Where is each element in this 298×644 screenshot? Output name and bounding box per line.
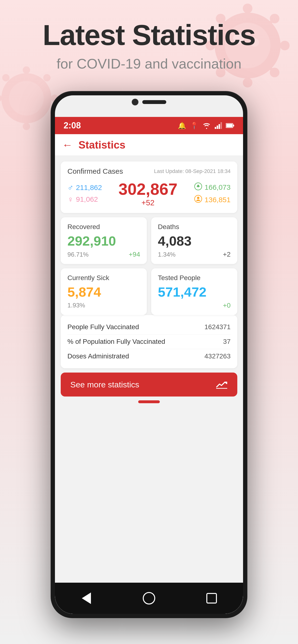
app-bar: ← Statistics <box>55 134 243 156</box>
battery-icon <box>226 123 234 128</box>
deaths-delta: +2 <box>223 250 231 258</box>
location-icon: 📍 <box>190 122 198 130</box>
vacc-value-1: 37 <box>223 338 231 346</box>
outcome-stats: 166,073 136,851 <box>194 182 231 205</box>
recovered-value: 292,910 <box>67 233 140 249</box>
deaths-label: Deaths <box>158 223 231 231</box>
recovered-deaths-row: Recovered 292,910 96.71% +94 Deaths 4,08… <box>61 217 237 264</box>
vacc-label-1: % of Population Fully Vaccinated <box>67 338 165 346</box>
deaths-count: 136,851 <box>205 196 231 204</box>
recovered-icon <box>194 182 202 192</box>
vacc-label-0: People Fully Vaccinated <box>67 323 139 331</box>
recents-square-icon <box>206 593 217 604</box>
content-area: Confirmed Cases Last Update: 08-Sep-2021… <box>55 156 243 614</box>
status-bar: 2:08 🔔 📍 <box>55 117 243 134</box>
vacc-value-0: 1624371 <box>204 323 231 331</box>
sick-value: 5,874 <box>67 284 140 300</box>
confirmed-total: 302,867 <box>118 180 178 198</box>
male-icon: ♂ <box>67 183 74 192</box>
screen-title: Statistics <box>78 139 125 151</box>
confirmed-header: Confirmed Cases Last Update: 08-Sep-2021… <box>67 167 231 177</box>
vaccination-card: People Fully Vaccinated 1624371 % of Pop… <box>61 315 237 368</box>
male-stat: ♂ 211,862 <box>67 183 102 192</box>
sick-label: Currently Sick <box>67 274 140 282</box>
status-icons: 🔔 📍 <box>178 122 234 130</box>
nav-back-button[interactable] <box>79 591 94 606</box>
tested-card: Tested People 571,472 +0 <box>151 268 237 315</box>
vacc-row-2: Doses Administrated 4327263 <box>67 349 231 364</box>
svg-rect-35 <box>221 122 222 129</box>
deaths-value: 4,083 <box>158 233 231 249</box>
svg-rect-37 <box>233 124 234 126</box>
confirmed-stats: ♂ 211,862 ♀ 91,062 302,867 +52 <box>67 180 231 207</box>
nav-recents-button[interactable] <box>204 591 219 606</box>
sick-tested-row: Currently Sick 5,874 1.93% Tested People… <box>61 268 237 315</box>
phone-camera <box>132 99 138 106</box>
sick-pct: 1.93% <box>67 302 85 309</box>
phone-speaker <box>142 100 166 104</box>
svg-rect-32 <box>215 127 216 129</box>
home-circle-icon <box>143 592 155 604</box>
deaths-pct: 1.34% <box>158 251 176 258</box>
phone-outer-frame: 2:08 🔔 📍 <box>51 91 247 618</box>
gender-stats: ♂ 211,862 ♀ 91,062 <box>67 183 102 204</box>
confirmed-cases-card: Confirmed Cases Last Update: 08-Sep-2021… <box>61 162 237 213</box>
phone-camera-area <box>132 99 166 106</box>
female-stat: ♀ 91,062 <box>67 195 102 204</box>
tested-footer: +0 <box>158 302 231 309</box>
recovered-count: 166,073 <box>205 183 231 192</box>
tested-delta: +0 <box>223 302 231 309</box>
last-update: Last Update: 08-Sep-2021 18:34 <box>154 168 231 174</box>
subtitle: for COVID-19 and vaccination <box>14 56 284 72</box>
phone-device: 2:08 🔔 📍 <box>51 91 247 618</box>
see-more-button[interactable]: See more statistics <box>61 372 237 396</box>
tested-value: 571,472 <box>158 284 231 300</box>
bottom-bar-hint <box>138 400 160 403</box>
status-time: 2:08 <box>64 120 81 130</box>
sick-card: Currently Sick 5,874 1.93% <box>61 268 147 315</box>
tested-label: Tested People <box>158 274 231 282</box>
recovered-delta: +94 <box>129 250 140 258</box>
vacc-row-1: % of Population Fully Vaccinated 37 <box>67 334 231 349</box>
back-button[interactable]: ← <box>62 139 73 151</box>
nav-home-button[interactable] <box>142 591 156 606</box>
male-count: 211,862 <box>76 184 102 192</box>
recovered-pct: 96.71% <box>67 251 89 258</box>
wifi-icon <box>202 122 211 129</box>
deaths-card: Deaths 4,083 1.34% +2 <box>151 217 237 264</box>
recovered-stat: 166,073 <box>194 182 231 192</box>
svg-rect-33 <box>217 126 218 129</box>
signal-icon <box>215 122 222 129</box>
svg-point-21 <box>9 81 44 116</box>
confirmed-center: 302,867 +52 <box>118 180 178 207</box>
female-icon: ♀ <box>67 195 74 204</box>
svg-point-42 <box>197 197 199 199</box>
recovered-footer: 96.71% +94 <box>67 250 140 258</box>
header-section: Latest Statistics for COVID-19 and vacci… <box>0 0 298 81</box>
notification-icon: 🔔 <box>178 122 186 130</box>
deaths-footer: 1.34% +2 <box>158 250 231 258</box>
bottom-nav <box>55 583 243 614</box>
svg-rect-34 <box>219 124 220 129</box>
svg-point-40 <box>197 185 199 187</box>
svg-rect-38 <box>226 124 232 127</box>
chart-icon <box>216 380 228 389</box>
recovered-label: Recovered <box>67 223 140 231</box>
confirmed-title: Confirmed Cases <box>67 167 123 176</box>
back-triangle-icon <box>82 592 91 604</box>
vacc-value-2: 4327263 <box>204 352 231 360</box>
deaths-stat: 136,851 <box>194 195 231 205</box>
vacc-label-2: Doses Administrated <box>67 352 129 360</box>
confirmed-delta: +52 <box>118 198 178 207</box>
main-title: Latest Statistics <box>14 19 284 51</box>
phone-screen: 2:08 🔔 📍 <box>55 95 243 614</box>
vacc-row-0: People Fully Vaccinated 1624371 <box>67 320 231 334</box>
sick-footer: 1.93% <box>67 302 140 309</box>
deaths-icon <box>194 195 202 205</box>
female-count: 91,062 <box>76 195 98 204</box>
see-more-label: See more statistics <box>70 380 139 389</box>
svg-point-23 <box>23 123 30 130</box>
recovered-card: Recovered 292,910 96.71% +94 <box>61 217 147 264</box>
